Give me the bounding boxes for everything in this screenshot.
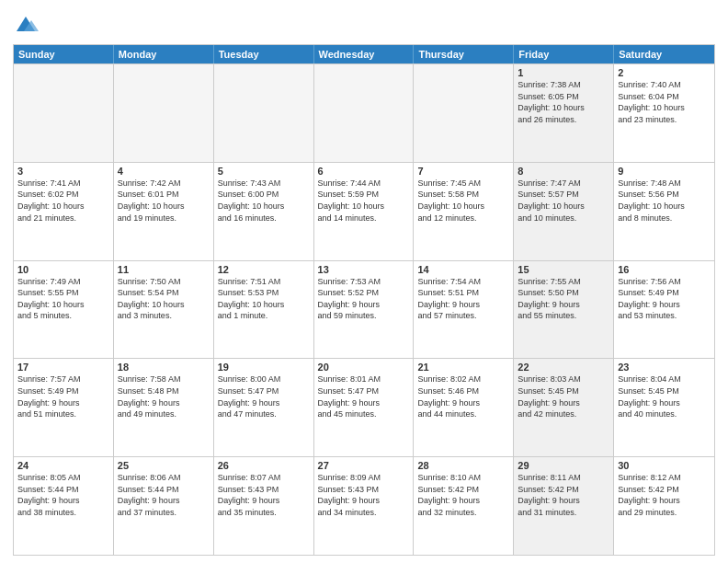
header xyxy=(13,9,715,39)
cell-line: Sunset: 5:58 PM xyxy=(417,189,509,201)
cell-line: and 37 minutes. xyxy=(118,507,210,519)
day-number: 2 xyxy=(618,67,711,78)
weekday-header: Wednesday xyxy=(314,45,415,63)
cell-line: Daylight: 9 hours xyxy=(17,397,109,409)
cell-line: Daylight: 9 hours xyxy=(518,299,609,311)
cell-line: and 16 minutes. xyxy=(218,213,310,224)
cell-line: and 57 minutes. xyxy=(417,310,509,322)
day-number: 11 xyxy=(118,264,210,275)
cell-line: Sunrise: 7:41 AM xyxy=(17,178,109,190)
calendar-cell: 25Sunrise: 8:06 AMSunset: 5:44 PMDayligh… xyxy=(114,457,214,555)
weekday-header: Sunday xyxy=(14,45,114,63)
cell-line: Daylight: 10 hours xyxy=(17,201,109,213)
cell-line: and 42 minutes. xyxy=(518,408,609,420)
calendar-row: 3Sunrise: 7:41 AMSunset: 6:02 PMDaylight… xyxy=(14,162,714,260)
calendar-cell: 17Sunrise: 7:57 AMSunset: 5:49 PMDayligh… xyxy=(14,359,114,456)
cell-line: Daylight: 9 hours xyxy=(618,495,711,507)
cell-line: and 55 minutes. xyxy=(518,310,609,322)
cell-line: Sunrise: 8:06 AM xyxy=(118,472,210,484)
cell-line: Daylight: 9 hours xyxy=(618,397,711,409)
calendar-cell: 27Sunrise: 8:09 AMSunset: 5:43 PMDayligh… xyxy=(314,457,415,555)
cell-line: Sunset: 6:04 PM xyxy=(618,91,711,103)
cell-line: Sunrise: 8:03 AM xyxy=(518,373,609,385)
cell-line: Sunrise: 8:01 AM xyxy=(318,373,410,385)
day-number: 16 xyxy=(618,264,711,275)
calendar-row: 10Sunrise: 7:49 AMSunset: 5:55 PMDayligh… xyxy=(14,260,714,359)
cell-line: and 44 minutes. xyxy=(417,408,509,420)
day-number: 4 xyxy=(118,166,210,177)
day-number: 23 xyxy=(618,362,711,373)
cell-line: Sunrise: 7:49 AM xyxy=(17,276,109,288)
cell-line: Daylight: 9 hours xyxy=(218,495,310,507)
cell-line: Sunset: 5:46 PM xyxy=(417,385,509,397)
day-number: 10 xyxy=(17,264,109,275)
calendar: SundayMondayTuesdayWednesdayThursdayFrid… xyxy=(13,44,715,556)
day-number: 8 xyxy=(518,166,609,177)
day-number: 7 xyxy=(417,166,509,177)
cell-line: Daylight: 9 hours xyxy=(118,397,210,409)
day-number: 30 xyxy=(618,460,711,471)
logo xyxy=(13,13,40,39)
calendar-cell: 23Sunrise: 8:04 AMSunset: 5:45 PMDayligh… xyxy=(614,359,714,456)
weekday-header: Tuesday xyxy=(214,45,314,63)
cell-line: Sunset: 5:48 PM xyxy=(118,385,210,397)
cell-line: Daylight: 10 hours xyxy=(118,201,210,213)
cell-line: Sunrise: 7:55 AM xyxy=(518,276,609,288)
calendar-cell xyxy=(14,64,114,162)
day-number: 21 xyxy=(417,362,509,373)
cell-line: and 3 minutes. xyxy=(118,310,210,322)
day-number: 13 xyxy=(318,264,410,275)
cell-line: Sunset: 5:56 PM xyxy=(618,189,711,201)
cell-line: Daylight: 9 hours xyxy=(17,495,109,507)
cell-line: Sunset: 5:45 PM xyxy=(518,385,609,397)
cell-line: Sunrise: 7:56 AM xyxy=(618,276,711,288)
cell-line: and 23 minutes. xyxy=(618,114,711,126)
calendar-cell: 19Sunrise: 8:00 AMSunset: 5:47 PMDayligh… xyxy=(214,359,314,456)
cell-line: Sunrise: 8:09 AM xyxy=(318,472,410,484)
day-number: 25 xyxy=(118,460,210,471)
cell-line: and 8 minutes. xyxy=(618,213,711,224)
calendar-cell: 26Sunrise: 8:07 AMSunset: 5:43 PMDayligh… xyxy=(214,457,314,555)
cell-line: and 14 minutes. xyxy=(318,213,410,224)
cell-line: Sunset: 6:00 PM xyxy=(218,189,310,201)
cell-line: Sunrise: 7:51 AM xyxy=(218,276,310,288)
cell-line: Daylight: 9 hours xyxy=(518,495,609,507)
cell-line: Daylight: 10 hours xyxy=(618,201,711,213)
cell-line: Daylight: 9 hours xyxy=(518,397,609,409)
cell-line: Daylight: 9 hours xyxy=(417,495,509,507)
calendar-cell: 16Sunrise: 7:56 AMSunset: 5:49 PMDayligh… xyxy=(614,261,714,359)
calendar-cell: 15Sunrise: 7:55 AMSunset: 5:50 PMDayligh… xyxy=(514,261,614,359)
calendar-cell: 2Sunrise: 7:40 AMSunset: 6:04 PMDaylight… xyxy=(614,64,714,162)
calendar-cell: 1Sunrise: 7:38 AMSunset: 6:05 PMDaylight… xyxy=(514,64,614,162)
cell-line: Sunrise: 8:12 AM xyxy=(618,472,711,484)
calendar-cell: 29Sunrise: 8:11 AMSunset: 5:42 PMDayligh… xyxy=(514,457,614,555)
cell-line: Sunset: 5:44 PM xyxy=(118,484,210,496)
day-number: 6 xyxy=(318,166,410,177)
calendar-row: 17Sunrise: 7:57 AMSunset: 5:49 PMDayligh… xyxy=(14,358,714,456)
calendar-cell: 14Sunrise: 7:54 AMSunset: 5:51 PMDayligh… xyxy=(414,261,514,359)
page: SundayMondayTuesdayWednesdayThursdayFrid… xyxy=(0,0,728,563)
cell-line: Sunrise: 7:47 AM xyxy=(518,178,609,190)
cell-line: and 5 minutes. xyxy=(17,310,109,322)
cell-line: and 34 minutes. xyxy=(318,507,410,519)
cell-line: Sunset: 6:05 PM xyxy=(518,91,609,103)
cell-line: Sunrise: 7:54 AM xyxy=(417,276,509,288)
cell-line: and 19 minutes. xyxy=(118,213,210,224)
cell-line: Daylight: 10 hours xyxy=(118,299,210,311)
cell-line: Sunset: 5:49 PM xyxy=(618,287,711,299)
cell-line: Daylight: 10 hours xyxy=(218,299,310,311)
calendar-cell: 21Sunrise: 8:02 AMSunset: 5:46 PMDayligh… xyxy=(414,359,514,456)
cell-line: and 29 minutes. xyxy=(618,507,711,519)
cell-line: and 59 minutes. xyxy=(318,310,410,322)
cell-line: Sunrise: 7:40 AM xyxy=(618,79,711,91)
weekday-header: Monday xyxy=(114,45,214,63)
cell-line: Sunset: 5:42 PM xyxy=(417,484,509,496)
calendar-body: 1Sunrise: 7:38 AMSunset: 6:05 PMDaylight… xyxy=(14,63,714,555)
cell-line: Daylight: 9 hours xyxy=(618,299,711,311)
cell-line: Sunrise: 8:10 AM xyxy=(417,472,509,484)
calendar-row: 24Sunrise: 8:05 AMSunset: 5:44 PMDayligh… xyxy=(14,456,714,555)
weekday-header: Saturday xyxy=(614,45,714,63)
day-number: 5 xyxy=(218,166,310,177)
weekday-header: Friday xyxy=(514,45,614,63)
day-number: 15 xyxy=(518,264,609,275)
